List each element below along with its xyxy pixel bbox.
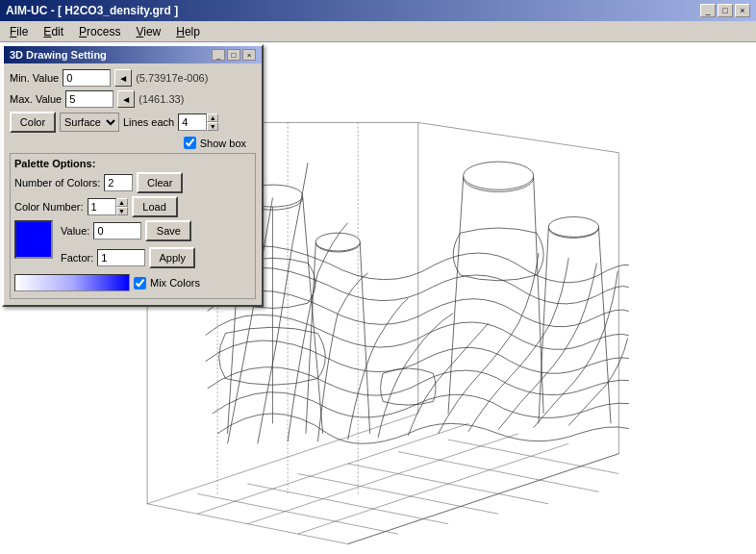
color-number-increment[interactable]: ▲ [116,198,128,207]
dialog-close-button[interactable]: × [242,49,256,61]
min-value-input[interactable] [63,69,111,87]
dialog-minimize-button[interactable]: _ [212,49,225,61]
lines-each-spin-buttons: ▲ ▼ [207,113,218,131]
window-title: AIM-UC - [ H2CO3_density.grd ] [6,4,178,17]
title-bar-buttons: _ □ × [700,4,750,17]
lines-each-increment[interactable]: ▲ [207,113,218,122]
load-button[interactable]: Load [132,196,178,217]
color-factor-area: Value: Save Factor: Apply [61,220,195,271]
dialog-title-buttons: _ □ × [212,49,256,61]
menu-view[interactable]: View [130,23,166,40]
color-number-spinbox: ▲ ▼ [88,198,128,215]
mix-colors-row: Mix Colors [134,277,200,290]
palette-options-section: Palette Options: Number of Colors: Clear… [10,153,256,299]
show-box-checkbox-row: Show box [184,137,246,149]
svg-point-38 [548,217,598,238]
show-box-label: Show box [200,138,246,149]
color-number-row: Color Number: ▲ ▼ Load [14,196,251,217]
min-value-hint: (5.73917e-006) [136,72,208,84]
max-value-label: Max. Value [10,93,62,105]
min-value-label: Min. Value [10,72,59,84]
dialog-title-bar[interactable]: 3D Drawing Setting _ □ × [4,46,262,63]
dialog-title-text: 3D Drawing Setting [10,49,107,61]
show-box-checkbox[interactable] [184,137,196,149]
lines-each-label: Lines each [123,116,174,128]
menu-bar: File Edit Process View Help [0,21,756,42]
close-button[interactable]: × [735,4,750,17]
clear-button[interactable]: Clear [137,172,183,193]
factor-label: Factor: [61,252,93,264]
maximize-button[interactable]: □ [718,4,733,17]
factor-row: Factor: Apply [61,247,195,268]
show-box-row: Show box [10,137,256,149]
dialog-body: Min. Value ◄ (5.73917e-006) Max. Value ◄… [4,63,262,305]
num-colors-input[interactable] [104,174,133,191]
color-swatch[interactable] [14,220,53,259]
drawing-settings-dialog: 3D Drawing Setting _ □ × Min. Value ◄ (5… [2,44,264,307]
factor-input[interactable] [97,249,145,266]
save-button[interactable]: Save [145,220,191,241]
surface-select[interactable]: Surface Wire Contour [60,113,119,132]
mix-colors-label: Mix Colors [150,277,200,289]
max-value-arrow[interactable]: ◄ [117,90,135,108]
value-label: Value: [61,225,89,237]
max-value-hint: (1461.33) [139,93,184,105]
num-colors-label: Number of Colors: [14,177,100,189]
color-number-spin-buttons: ▲ ▼ [116,198,128,215]
menu-help[interactable]: Help [170,23,206,40]
lines-each-decrement[interactable]: ▼ [207,122,218,131]
title-bar: AIM-UC - [ H2CO3_density.grd ] _ □ × [0,0,756,21]
min-value-row: Min. Value ◄ (5.73917e-006) [10,69,256,87]
max-value-input[interactable] [65,90,113,108]
value-input[interactable] [93,222,141,239]
value-row: Value: Save [61,220,195,241]
max-value-row: Max. Value ◄ (1461.33) [10,90,256,108]
gradient-row: Mix Colors [14,274,251,291]
num-colors-row: Number of Colors: Clear [14,172,251,193]
minimize-button[interactable]: _ [700,4,716,17]
lines-each-spinbox: ▲ ▼ [178,113,218,131]
color-number-decrement[interactable]: ▼ [116,207,128,215]
color-number-input[interactable] [88,198,116,215]
main-area: 3D Drawing Setting _ □ × Min. Value ◄ (5… [0,42,756,554]
color-surface-row: Color Surface Wire Contour Lines each ▲ … [10,112,256,133]
lines-each-input[interactable] [178,113,207,131]
gradient-bar [14,274,130,291]
min-value-arrow[interactable]: ◄ [114,69,132,87]
apply-button[interactable]: Apply [149,247,195,268]
menu-process[interactable]: Process [73,23,126,40]
dialog-maximize-button[interactable]: □ [227,49,240,61]
mix-colors-checkbox[interactable] [134,277,146,290]
menu-edit[interactable]: Edit [38,23,69,40]
color-button[interactable]: Color [10,112,56,133]
palette-options-label: Palette Options: [14,158,251,169]
menu-file[interactable]: File [4,23,34,40]
svg-point-34 [464,162,534,189]
color-number-label: Color Number: [14,201,84,213]
color-value-row: Value: Save Factor: Apply [14,220,251,271]
